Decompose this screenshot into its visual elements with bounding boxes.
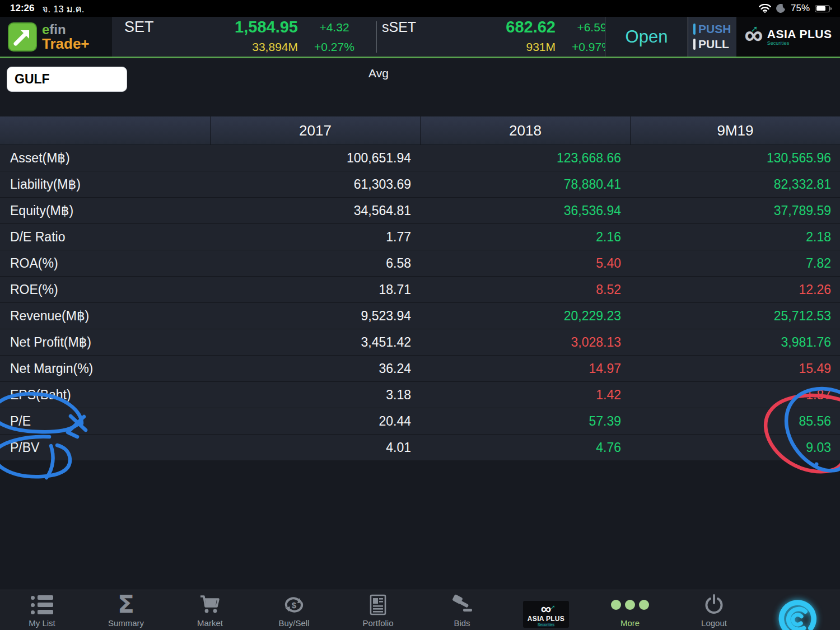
document-icon [369, 593, 387, 617]
row-label: Equity(M฿) [0, 203, 210, 218]
blue-dot [815, 463, 819, 466]
app-header: efin Trade+ SET 1,584.95 +4.32 sSET 682.… [0, 17, 840, 58]
tab-asia-plus[interactable]: ∞ ➚ ASIA PLUS Securities [504, 590, 588, 630]
wifi-icon [759, 4, 771, 13]
broker-subtitle: Securities [767, 41, 832, 46]
tab-portfolio[interactable]: Portfolio [336, 590, 420, 630]
broker-logo: ∞ ➚ ASIA PLUS Securities [736, 17, 840, 57]
cell-2018: 5.40 [420, 256, 630, 271]
cell-9m19: 15.49 [630, 361, 840, 376]
cell-2018: 1.42 [420, 388, 630, 403]
market-status: Open [605, 17, 688, 57]
cell-2017: 36.24 [210, 361, 420, 376]
table-body: Asset(M฿)100,651.94123,668.66130,565.96L… [0, 144, 840, 460]
row-label: Net Profit(M฿) [0, 335, 210, 350]
row-label: Net Margin(%) [0, 361, 210, 376]
gavel-icon [450, 593, 474, 617]
set-change: +4.32 [298, 21, 371, 34]
push-indicator-icon [693, 24, 696, 35]
col-header-blank [0, 116, 210, 144]
cell-2018: 3,028.13 [420, 335, 630, 350]
cell-2017: 3.18 [210, 388, 420, 403]
efin-logo-icon [8, 22, 37, 52]
cell-9m19: 2.18 [630, 230, 840, 245]
cell-9m19: 1.87 [630, 388, 840, 403]
tab-my-list[interactable]: My List [0, 590, 84, 630]
row-label: Liability(M฿) [0, 177, 210, 192]
cell-9m19: 82,332.81 [630, 177, 840, 192]
assistive-spiral-button[interactable] [756, 590, 840, 630]
table-header-row: 2017 2018 9M19 [0, 116, 840, 144]
row-label: D/E Ratio [0, 230, 210, 245]
sset-value: 682.62 [435, 18, 556, 36]
cell-9m19: 12.26 [630, 282, 840, 297]
col-header-9m19: 9M19 [630, 116, 840, 144]
row-label: P/E [0, 414, 210, 429]
divider [376, 21, 377, 53]
set-name: SET [124, 18, 178, 36]
more-dots-icon [611, 593, 649, 617]
cell-9m19: 9.03 [630, 440, 840, 455]
cell-2017: 4.01 [210, 440, 420, 455]
cell-2017: 18.71 [210, 282, 420, 297]
tab-summary[interactable]: Σ Summary [84, 590, 168, 630]
pull-indicator-icon [693, 39, 696, 50]
cell-2017: 20.44 [210, 414, 420, 429]
row-label: Revenue(M฿) [0, 309, 210, 324]
set-change-pct: +0.27% [298, 40, 371, 54]
table-row: Net Profit(M฿)3,451.423,028.133,981.76 [0, 329, 840, 355]
cell-2017: 6.58 [210, 256, 420, 271]
cell-2018: 2.16 [420, 230, 630, 245]
spiral-icon [777, 608, 819, 630]
cell-9m19: 130,565.96 [630, 151, 840, 166]
row-label: Asset(M฿) [0, 151, 210, 166]
table-row: Liability(M฿)61,303.6978,880.4182,332.81 [0, 171, 840, 197]
tab-buy-sell[interactable]: $ Buy/Sell [252, 590, 336, 630]
tab-logout[interactable]: Logout [672, 590, 756, 630]
cell-2018: 20,229.23 [420, 309, 630, 324]
sigma-icon: Σ [118, 593, 134, 617]
cell-2018: 36,536.94 [420, 203, 630, 218]
app-logo: efin Trade+ [0, 17, 112, 57]
table-row: Revenue(M฿)9,523.9420,229.2325,712.53 [0, 302, 840, 329]
tab-more[interactable]: More [588, 590, 672, 630]
moon-icon [776, 4, 786, 13]
push-pull-toggle: PUSH PULL [688, 17, 736, 57]
push-button[interactable]: PUSH [693, 22, 736, 36]
cell-9m19: 85.56 [630, 414, 840, 429]
cell-2017: 34,564.81 [210, 203, 420, 218]
table-row: Asset(M฿)100,651.94123,668.66130,565.96 [0, 144, 840, 171]
cell-2017: 9,523.94 [210, 309, 420, 324]
set-volume: 33,894M [178, 40, 298, 54]
cell-2018: 78,880.41 [420, 177, 630, 192]
col-header-2018: 2018 [420, 116, 630, 144]
battery-icon [815, 5, 830, 12]
cell-2017: 100,651.94 [210, 151, 420, 166]
cell-2018: 57.39 [420, 414, 630, 429]
tab-bids[interactable]: Bids [420, 590, 504, 630]
col-header-2017: 2017 [210, 116, 420, 144]
bottom-tab-bar: My List Σ Summary Market $ Buy/Sell [0, 590, 840, 630]
set-value: 1,584.95 [178, 18, 298, 36]
sset-volume: 931M [435, 40, 556, 54]
table-row: EPS(Baht)3.181.421.87 [0, 381, 840, 408]
symbol-input[interactable] [7, 67, 127, 92]
cell-2018: 8.52 [420, 282, 630, 297]
pull-button[interactable]: PULL [693, 38, 736, 51]
sset-name: sSET [382, 19, 435, 35]
avg-mode-label: Avg [368, 67, 389, 80]
cell-9m19: 3,981.76 [630, 335, 840, 350]
cell-2018: 14.97 [420, 361, 630, 376]
market-index-panel: SET 1,584.95 +4.32 sSET 682.62 +6.59 33,… [112, 17, 605, 57]
row-label: EPS(Baht) [0, 388, 210, 403]
table-row: P/E20.4457.3985.56 [0, 408, 840, 434]
status-bar: 12:26 จ. 13 ม.ค. 75% [0, 0, 840, 17]
cell-2018: 4.76 [420, 440, 630, 455]
tab-market[interactable]: Market [168, 590, 252, 630]
buy-sell-icon: $ [282, 593, 306, 617]
svg-text:$: $ [292, 600, 297, 610]
cell-9m19: 7.82 [630, 256, 840, 271]
table-row: D/E Ratio1.772.162.18 [0, 223, 840, 250]
table-row: P/BV4.014.769.03 [0, 434, 840, 460]
table-row: Net Margin(%)36.2414.9715.49 [0, 355, 840, 381]
